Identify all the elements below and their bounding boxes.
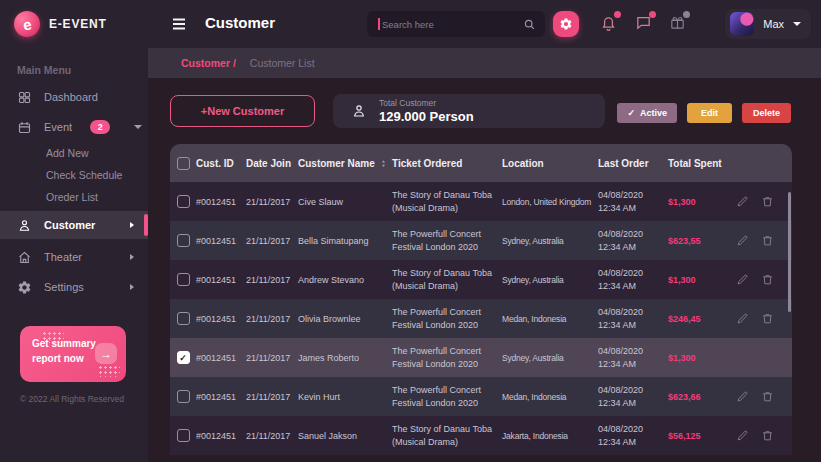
event-count-badge: 2 xyxy=(90,120,110,134)
chevron-right-icon xyxy=(130,254,134,260)
edit-row-icon[interactable] xyxy=(736,312,749,325)
messages-icon[interactable] xyxy=(635,14,652,31)
sidebar-item-add-new[interactable]: Add New xyxy=(0,142,148,164)
row-checkbox[interactable] xyxy=(177,195,190,208)
bulk-actions: ✓ Active Edit Delete xyxy=(617,103,791,123)
search-box xyxy=(367,11,545,37)
sidebar-item-event[interactable]: Event 2 xyxy=(0,112,148,142)
total-customer-label: Total Customer xyxy=(379,98,474,108)
total-spent: $623,66 xyxy=(668,392,732,402)
row-checkbox-checked[interactable]: ✓ xyxy=(177,351,190,364)
check-icon: ✓ xyxy=(627,108,635,118)
table-row[interactable]: #0012451 21/11/2017 Olivia Brownlee The … xyxy=(170,299,792,338)
summary-report-card[interactable]: Get summary report now → xyxy=(20,326,126,382)
edit-row-icon[interactable] xyxy=(736,234,749,247)
sidebar-item-settings[interactable]: Settings xyxy=(0,272,148,302)
chevron-down-icon xyxy=(793,22,801,26)
user-name: Max xyxy=(763,18,784,30)
page-title: Customer xyxy=(205,14,275,31)
sidebar-item-label: Customer xyxy=(44,219,95,231)
message-dot xyxy=(649,11,656,18)
table-row[interactable]: #0012451 21/11/2017 Cive Slauw The Story… xyxy=(170,182,792,221)
table-row[interactable]: #0012451 21/11/2017 Andrew Stevano The S… xyxy=(170,260,792,299)
sort-icon[interactable] xyxy=(379,159,388,168)
delete-button[interactable]: Delete xyxy=(742,103,791,123)
date-join: 21/11/2017 xyxy=(246,314,298,324)
gift-icon[interactable] xyxy=(669,14,686,31)
select-all-checkbox[interactable] xyxy=(177,157,190,170)
delete-row-icon[interactable] xyxy=(761,390,774,403)
table-row[interactable]: #0012451 21/11/2017 Kevin Hurt The Power… xyxy=(170,377,792,416)
row-checkbox[interactable] xyxy=(177,390,190,403)
search-input[interactable] xyxy=(367,19,523,30)
total-customer-value: 129.000 Person xyxy=(379,109,474,124)
row-checkbox[interactable] xyxy=(177,429,190,442)
search-icon[interactable] xyxy=(523,18,536,31)
col-ticket-ordered: Ticket Ordered xyxy=(392,158,502,169)
col-cust-id: Cust. ID xyxy=(196,158,246,169)
person-icon xyxy=(17,218,32,233)
ticket-ordered: The Powerfull Concert Festival London 20… xyxy=(392,345,502,370)
location: Sydney, Australia xyxy=(502,353,598,363)
customer-name: James Roberto xyxy=(298,353,392,363)
ticket-ordered: The Powerfull Concert Festival London 20… xyxy=(392,384,502,409)
top-bar: Customer Max xyxy=(148,0,821,48)
delete-row-icon[interactable] xyxy=(761,312,774,325)
chevron-right-icon xyxy=(130,222,134,228)
date-join: 21/11/2017 xyxy=(246,392,298,402)
sidebar-item-label: Theater xyxy=(44,251,82,263)
table-row[interactable]: #0012451 21/11/2017 Sanuel Jakson The St… xyxy=(170,416,792,455)
cust-id: #0012451 xyxy=(196,197,246,207)
delete-row-icon[interactable] xyxy=(761,195,774,208)
last-order: 04/08/202012:34 AM xyxy=(598,228,668,253)
sidebar-item-theater[interactable]: Theater xyxy=(0,242,148,272)
total-spent: $623,55 xyxy=(668,236,732,246)
date-join: 21/11/2017 xyxy=(246,431,298,441)
last-order: 04/08/202012:34 AM xyxy=(598,384,668,409)
location: Sydney, Australia xyxy=(502,275,598,285)
table-row[interactable]: #0012451 21/11/2017 Bella Simatupang The… xyxy=(170,221,792,260)
breadcrumb-section[interactable]: Customer / xyxy=(181,57,236,69)
table-row-selected[interactable]: ✓ #0012451 21/11/2017 James Roberto The … xyxy=(170,338,792,377)
edit-row-icon[interactable] xyxy=(736,390,749,403)
delete-row-icon[interactable] xyxy=(761,429,774,442)
cust-id: #0012451 xyxy=(196,431,246,441)
new-customer-button[interactable]: +New Customer xyxy=(170,95,315,127)
total-spent: $1,300 xyxy=(668,197,732,207)
last-order: 04/08/202012:34 AM xyxy=(598,267,668,292)
total-spent: $246,45 xyxy=(668,314,732,324)
user-menu[interactable]: Max xyxy=(725,9,811,39)
settings-quick-button[interactable] xyxy=(553,11,579,37)
sidebar-item-customer[interactable]: Customer xyxy=(0,211,148,239)
edit-row-icon[interactable] xyxy=(736,429,749,442)
breadcrumb-page[interactable]: Customer List xyxy=(250,57,315,69)
customer-name: Kevin Hurt xyxy=(298,392,392,402)
edit-row-icon[interactable] xyxy=(736,273,749,286)
home-icon xyxy=(17,250,32,265)
row-checkbox[interactable] xyxy=(177,273,190,286)
delete-row-icon[interactable] xyxy=(761,234,774,247)
row-checkbox[interactable] xyxy=(177,234,190,247)
chevron-down-icon xyxy=(134,125,142,129)
edit-button[interactable]: Edit xyxy=(687,103,732,123)
sidebar-item-check-schedule[interactable]: Check Schedule xyxy=(0,164,148,186)
edit-row-icon[interactable] xyxy=(736,195,749,208)
row-actions xyxy=(732,390,792,403)
customer-name: Bella Simatupang xyxy=(298,236,392,246)
sidebar-nav: Dashboard Event 2 Add New Check Schedule… xyxy=(0,82,148,302)
sidebar-section-label: Main Menu xyxy=(17,64,148,76)
row-actions xyxy=(732,429,792,442)
table-scrollbar[interactable] xyxy=(788,192,791,312)
main-content: +New Customer Total Customer 129.000 Per… xyxy=(148,78,821,462)
row-checkbox[interactable] xyxy=(177,312,190,325)
hamburger-menu-icon[interactable] xyxy=(170,15,188,33)
sidebar-item-label: Dashboard xyxy=(44,91,98,103)
active-filter-button[interactable]: ✓ Active xyxy=(617,103,677,123)
arrow-right-button[interactable]: → xyxy=(95,343,117,364)
sidebar-item-dashboard[interactable]: Dashboard xyxy=(0,82,148,112)
delete-row-icon[interactable] xyxy=(761,273,774,286)
notifications-bell-icon[interactable] xyxy=(600,14,617,31)
person-icon xyxy=(351,103,367,119)
col-last-order: Last Order xyxy=(598,158,668,169)
sidebar-item-oreder-list[interactable]: Oreder List xyxy=(0,186,148,208)
